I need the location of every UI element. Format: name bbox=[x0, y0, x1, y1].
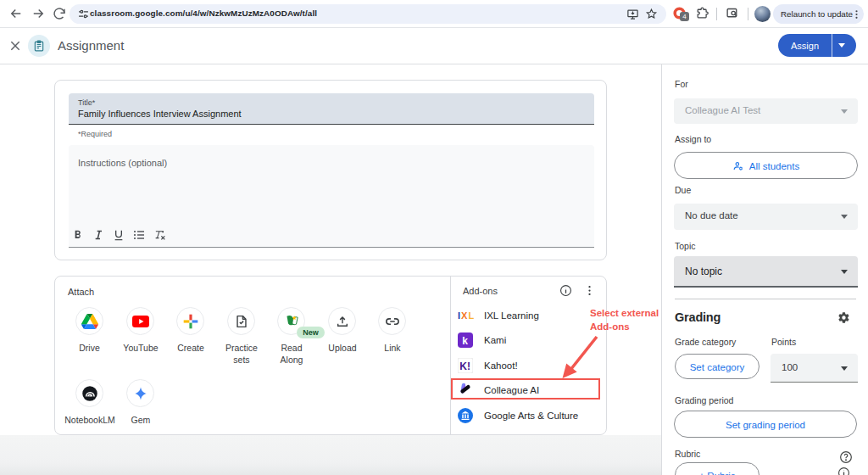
svg-text:k: k bbox=[462, 335, 468, 347]
svg-text:X: X bbox=[461, 310, 468, 321]
svg-text:K!: K! bbox=[459, 360, 470, 372]
svg-text:L: L bbox=[468, 310, 474, 321]
svg-text:I: I bbox=[458, 310, 460, 321]
